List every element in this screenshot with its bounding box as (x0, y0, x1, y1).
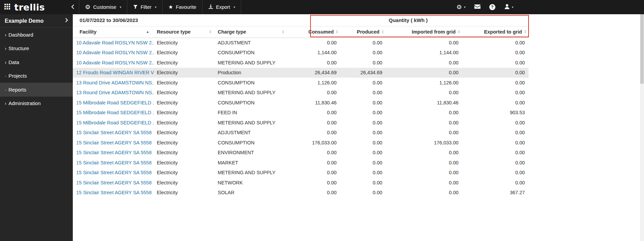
col-header-imported-from-grid[interactable]: Imported from grid ▲▼ (386, 26, 462, 38)
facility-link[interactable]: 15 Sinclair Street AGERY SA 5558 (76, 190, 152, 195)
sort-icon: ▲▼ (524, 30, 527, 34)
sidebar-item-structure[interactable]: ›Structure (0, 42, 73, 56)
table-row[interactable]: 13 Round Drive ADAMSTOWN NS...Electricit… (73, 78, 529, 88)
charge-type-cell: NETWORK (215, 178, 288, 188)
customise-button[interactable]: ⚙ Customise ▾ (79, 0, 127, 14)
sidebar-item-reports[interactable]: ·Reports (0, 83, 73, 97)
resource-type-cell: Electricity (154, 58, 215, 68)
produced-cell: 0.00 (340, 108, 386, 118)
sidebar-item-administration[interactable]: ›Administration (0, 97, 73, 111)
exported-to-grid-cell: 0.00 (462, 178, 529, 188)
table-row[interactable]: 15 Sinclair Street AGERY SA 5558Electric… (73, 138, 529, 148)
sidebar-item-dashboard[interactable]: ›Dashboard (0, 28, 73, 42)
charge-type-cell: FEED IN (215, 108, 288, 118)
charge-type-cell: METERING AND SUPPLY (215, 88, 288, 98)
table-row[interactable]: 15 Sinclair Street AGERY SA 5558Electric… (73, 158, 529, 168)
facility-link[interactable]: 13 Round Drive ADAMSTOWN NS... (76, 90, 154, 95)
facility-link[interactable]: 10 Adavale Road ROSLYN NSW 2... (76, 40, 154, 45)
favourite-button[interactable]: ★ Favourite (163, 0, 202, 14)
report-table-body: 10 Adavale Road ROSLYN NSW 2...Electrici… (73, 38, 529, 198)
table-row[interactable]: 15 Sinclair Street AGERY SA 5558Electric… (73, 128, 529, 138)
col-header-facility[interactable]: Facility ▲ (73, 26, 154, 38)
produced-cell: 0.00 (340, 188, 386, 198)
facility-link[interactable]: 15 Sinclair Street AGERY SA 5558 (76, 160, 152, 165)
sidebar-item-data[interactable]: ›Data (0, 55, 73, 69)
sidebar-item-prefix: › (5, 45, 6, 51)
col-header-produced[interactable]: Produced ▲▼ (340, 26, 386, 38)
facility-link[interactable]: 10 Adavale Road ROSLYN NSW 2... (76, 60, 154, 65)
resource-type-cell: Electricity (154, 108, 215, 118)
exported-to-grid-cell: 0.00 (462, 118, 529, 128)
facility-link[interactable]: 15 Sinclair Street AGERY SA 5558 (76, 130, 152, 135)
imported-from-grid-cell: 11,830.46 (386, 98, 462, 108)
resource-type-cell: Electricity (154, 38, 215, 48)
produced-cell: 0.00 (340, 88, 386, 98)
facility-link[interactable]: 15 Sinclair Street AGERY SA 5558 (76, 170, 152, 175)
table-row[interactable]: 12 Frouds Road WINGAN RIVER V...Electric… (73, 68, 529, 78)
facility-link[interactable]: 13 Round Drive ADAMSTOWN NS... (76, 80, 154, 85)
messages-button[interactable] (474, 4, 480, 10)
scrollbar-thumb[interactable] (640, 14, 644, 84)
imported-from-grid-cell: 0.00 (386, 188, 462, 198)
table-row[interactable]: 15 Sinclair Street AGERY SA 5558Electric… (73, 188, 529, 198)
facility-cell: 15 Milbrodale Road SEDGEFIELD ... (73, 108, 154, 118)
col-header-exported-to-grid[interactable]: Exported to grid ▲▼ (462, 26, 529, 38)
facility-link[interactable]: 15 Milbrodale Road SEDGEFIELD ... (76, 100, 154, 105)
logo[interactable]: trellis (14, 2, 45, 13)
workspace-selector[interactable]: Example Demo (0, 14, 73, 28)
consumed-cell: 11,830.46 (288, 98, 340, 108)
apps-menu-button[interactable] (4, 4, 10, 11)
back-button[interactable] (66, 0, 79, 14)
charge-type-cell: CONSUMPTION (215, 98, 288, 108)
user-icon (504, 4, 510, 11)
resource-type-cell: Electricity (154, 118, 215, 128)
export-button[interactable]: Export ▾ (202, 0, 241, 14)
filter-button[interactable]: Filter ▾ (127, 0, 163, 14)
apps-grid-icon (4, 4, 10, 11)
vertical-scrollbar[interactable] (640, 14, 644, 241)
facility-link[interactable]: 15 Sinclair Street AGERY SA 5558 (76, 150, 152, 155)
facility-link[interactable]: 15 Sinclair Street AGERY SA 5558 (76, 140, 152, 145)
facility-link[interactable]: 10 Adavale Road ROSLYN NSW 2... (76, 50, 154, 55)
exported-to-grid-cell: 0.00 (462, 78, 529, 88)
table-row[interactable]: 13 Round Drive ADAMSTOWN NS...Electricit… (73, 88, 529, 98)
user-menu-button[interactable]: ▾ (504, 4, 514, 11)
col-header-resource-type[interactable]: Resource type ▲▼ (154, 26, 215, 38)
col-label: Charge type (218, 29, 246, 35)
charge-type-cell: SOLAR (215, 188, 288, 198)
sort-icon: ▲▼ (209, 30, 212, 34)
col-header-consumed[interactable]: Consumed ▲▼ (288, 26, 340, 38)
exported-to-grid-cell: 367.27 (462, 188, 529, 198)
facility-link[interactable]: 15 Milbrodale Road SEDGEFIELD ... (76, 110, 154, 115)
table-row[interactable]: 15 Sinclair Street AGERY SA 5558Electric… (73, 168, 529, 178)
col-header-charge-type[interactable]: Charge type ▲▼ (215, 26, 288, 38)
col-label: Produced (357, 29, 380, 35)
table-row[interactable]: 15 Milbrodale Road SEDGEFIELD ...Electri… (73, 98, 529, 108)
consumed-cell: 1,144.00 (288, 48, 340, 58)
table-row[interactable]: 10 Adavale Road ROSLYN NSW 2...Electrici… (73, 58, 529, 68)
charge-type-cell: CONSUMPTION (215, 78, 288, 88)
facility-link[interactable]: 15 Milbrodale Road SEDGEFIELD ... (76, 120, 154, 125)
consumed-cell: 0.00 (288, 88, 340, 98)
chevron-down-icon: ▾ (120, 5, 122, 9)
table-row[interactable]: 15 Sinclair Street AGERY SA 5558Electric… (73, 178, 529, 188)
imported-from-grid-cell: 1,126.00 (386, 78, 462, 88)
sidebar-item-projects[interactable]: ·Projects (0, 69, 73, 83)
help-button[interactable]: ? (489, 4, 495, 10)
charge-type-cell: METERING AND SUPPLY (215, 118, 288, 128)
settings-menu-button[interactable]: ⚙ ▾ (456, 4, 466, 10)
table-row[interactable]: 15 Sinclair Street AGERY SA 5558Electric… (73, 148, 529, 158)
table-row[interactable]: 10 Adavale Road ROSLYN NSW 2...Electrici… (73, 38, 529, 48)
resource-type-cell: Electricity (154, 128, 215, 138)
facility-cell: 10 Adavale Road ROSLYN NSW 2... (73, 38, 154, 48)
table-row[interactable]: 15 Milbrodale Road SEDGEFIELD ...Electri… (73, 118, 529, 128)
facility-link[interactable]: 15 Sinclair Street AGERY SA 5558 (76, 180, 152, 185)
table-row[interactable]: 15 Milbrodale Road SEDGEFIELD ...Electri… (73, 108, 529, 118)
col-label: Exported to grid (484, 29, 522, 35)
facility-link[interactable]: 12 Frouds Road WINGAN RIVER V... (76, 70, 154, 75)
chevron-down-icon: ▾ (464, 5, 466, 9)
report-table: 01/07/2022 to 30/06/2023 Quantity ( kWh … (73, 14, 529, 198)
sidebar-item-label: Dashboard (8, 32, 33, 38)
table-row[interactable]: 10 Adavale Road ROSLYN NSW 2...Electrici… (73, 48, 529, 58)
export-label: Export (216, 4, 230, 10)
